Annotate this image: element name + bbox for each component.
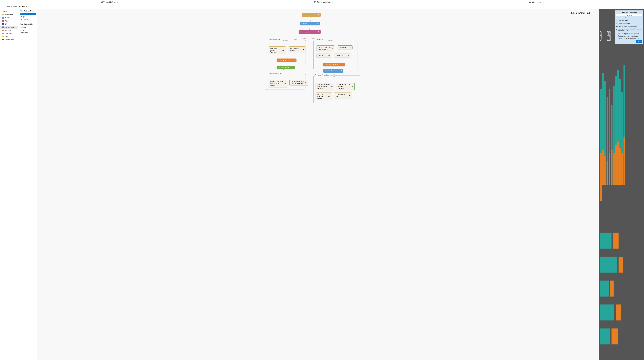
node-kpi2-label: KPI (% Market Share) <box>290 47 301 51</box>
dashboard-color-icon <box>2 17 4 18</box>
svg-rect-42 <box>622 153 623 185</box>
node-line-insight[interactable]: Line Chart Insight ⤢ <box>277 58 296 62</box>
tour-text-6: This chart has the following filters: Th… <box>618 32 642 39</box>
svg-rect-45 <box>600 257 617 273</box>
svg-rect-36 <box>609 153 610 185</box>
svg-rect-39 <box>615 145 617 185</box>
line-chart-icon: ⤢ <box>350 47 351 48</box>
header-section-b: (b) Content Arrangement <box>314 1 334 3</box>
tour-icon-6: ≡ <box>616 32 617 39</box>
sidebar-label-table: Table <box>5 36 8 37</box>
node-bar-interact-label: Bar Chart Interaction <box>325 70 338 72</box>
template-label: Choose a template <box>3 5 17 7</box>
sidebar-item-kpi[interactable]: KPI <box>0 22 18 26</box>
node-kpi-vol[interactable]: KPI (Total Category Volume) ▲▼ <box>316 92 332 100</box>
tour-popup-tab[interactable]: General <box>616 14 642 16</box>
header-section-a: (a) Content Extraction <box>100 1 118 3</box>
col-size-insight-icon: ▦ <box>305 82 306 83</box>
node-kpi1[interactable]: KPI (Total Category Volume) ▲▼ <box>269 46 286 54</box>
node-kpi-mkt[interactable]: KPI (% Market Share) ▲▼ <box>334 92 352 98</box>
node-dashboard[interactable]: Dashboard ⊞ <box>300 22 320 25</box>
combo-chart-icon: ▦ <box>348 55 349 56</box>
props-tab-interaction-2[interactable]: Interaction <box>20 31 36 34</box>
tour-popup: ✕ Total Units by Month General → X-axis:… <box>615 10 643 44</box>
node-col-size-insight-label: Column Chart (Total Units by Size) Insig… <box>291 81 304 84</box>
sidebar-title: Visuals <box>0 10 18 13</box>
tour-row-5: ≡ A Bar represent(s) a different isVanAr… <box>616 28 642 32</box>
sidebar-item-introduction[interactable]: Introduction <box>0 13 18 16</box>
node-line-chart[interactable]: Line Chart ⤢ <box>338 45 352 49</box>
props-tab-insight-2[interactable]: Insight <box>20 29 36 31</box>
flow-canvas: Introduction ☰ Dashboard ⊞ Filter Intera… <box>261 10 374 109</box>
node-col-month-insight-label: Column Chart (Total Units by Month) Insi… <box>270 81 284 86</box>
node-bar-chart-r-label: Bar Chart <box>318 54 324 56</box>
tour-row-1: → X-axis: Month. <box>616 17 642 19</box>
next-button[interactable]: Next <box>636 40 642 43</box>
node-bar-insight[interactable]: Bar Chart Insight ☰ <box>277 66 295 69</box>
props-tab-general-2[interactable]: General <box>20 26 36 28</box>
sidebar-label-line: Line Chart <box>5 32 12 34</box>
svg-rect-34 <box>604 156 606 185</box>
sidebar-item-combo-chart[interactable]: Combo Chart <box>0 38 18 41</box>
sidebar-label-introduction: Introduction <box>5 14 13 15</box>
kpi-color-icon <box>2 23 4 25</box>
sidebar-item-line-chart[interactable]: Line Chart <box>0 32 18 35</box>
sidebar-item-column-chart[interactable]: Column Chart <box>0 26 18 29</box>
props-title-2: Total Units by Size <box>20 23 36 25</box>
group-only-one-label: Traversal: Only one <box>267 39 281 40</box>
node-kpi2[interactable]: KPI (% Market Share) ▲▼ <box>289 46 306 52</box>
bar-interact-icon: ☰ <box>340 70 342 72</box>
node-filter[interactable]: Filter Interaction ☰ <box>298 30 320 34</box>
props-tab-insight-1[interactable]: Insight <box>20 15 36 18</box>
node-col-month-interact-label: Column Chart (Total Units by Month) Inte… <box>317 84 331 89</box>
node-col-chart[interactable]: Column Chart (Total Units by Month) ▦ <box>316 45 335 51</box>
node-kpi1-label: KPI (Total Category Volume) <box>270 47 281 53</box>
group-all-label: Traversal: All <box>315 39 324 40</box>
node-col-month-insight[interactable]: Column Chart (Total Units by Month) Insi… <box>269 80 287 87</box>
crafting-label: (b.1) Crafting Tour <box>570 12 590 14</box>
tour-popup-close-button[interactable]: ✕ <box>641 11 642 13</box>
svg-rect-46 <box>600 281 609 297</box>
filter-color-icon <box>2 20 4 22</box>
kpi-vol-icon: ▲▼ <box>328 95 330 97</box>
table-color-icon <box>2 36 4 37</box>
node-introduction[interactable]: Introduction ☰ <box>302 13 320 17</box>
sidebar-item-filter[interactable]: Filter <box>0 19 18 22</box>
tour-row-4: ▦ A Bar represent(s) the Total Units. <box>616 25 642 27</box>
node-col-size-interact[interactable]: Column Chart (Total Units by Size) Inter… <box>336 83 354 90</box>
bar-insight-icon: ☰ <box>292 67 294 68</box>
node-col-size-insight[interactable]: Column Chart (Total Units by Size) Insig… <box>290 80 308 85</box>
svg-rect-41 <box>619 148 621 185</box>
node-line-chart-label: Line Chart <box>339 46 346 48</box>
node-bar-interact[interactable]: Bar Chart Interaction ☰ <box>324 69 343 73</box>
template-bar: Choose a template Custom <box>0 4 644 9</box>
template-select[interactable]: Custom <box>18 5 28 8</box>
group-at-least-right-label: Traversal: At least one <box>315 74 330 76</box>
node-col-month-interact[interactable]: Column Chart (Total Units by Month) Inte… <box>316 83 334 90</box>
props-title-1: Total Units by Month <box>20 10 36 12</box>
svg-rect-38 <box>613 153 615 185</box>
svg-rect-44 <box>600 233 612 249</box>
tour-next-area: Next <box>616 40 642 43</box>
sidebar-item-bar-chart[interactable]: Bar Chart <box>0 29 18 32</box>
line-insight-icon: ⤢ <box>294 59 295 61</box>
props-tab-general-1[interactable]: General <box>20 12 36 15</box>
column-color-icon <box>2 26 4 28</box>
sidebar-item-table[interactable]: Table <box>0 35 18 38</box>
canvas-area[interactable]: (b.1) Crafting Tour <box>37 9 599 360</box>
node-combo-chart[interactable]: Combo Chart ▦ <box>334 53 350 57</box>
node-line-insight-label: Line Chart Insight <box>278 59 289 61</box>
node-bar-chart-r[interactable]: Bar Chart ☰ <box>316 53 331 57</box>
sidebar-label-column: Column Chart <box>5 26 14 28</box>
intro-icon: ☰ <box>318 14 319 16</box>
combo-color-icon <box>2 39 4 40</box>
props-tab-interaction-1[interactable]: Interaction <box>20 18 36 21</box>
tour-row-6: ≡ This chart has the following filters: … <box>616 32 642 39</box>
node-line-interact[interactable]: Line Chart Interaction ⤢ <box>324 63 345 66</box>
sidebar-item-dashboard[interactable]: Dashboard <box>0 16 18 19</box>
svg-rect-49 <box>613 233 618 249</box>
tour-text-3: Legend: isVanArsdel. <box>618 23 630 25</box>
svg-rect-40 <box>617 142 619 185</box>
line-color-icon <box>2 33 4 34</box>
svg-rect-52 <box>616 305 621 321</box>
